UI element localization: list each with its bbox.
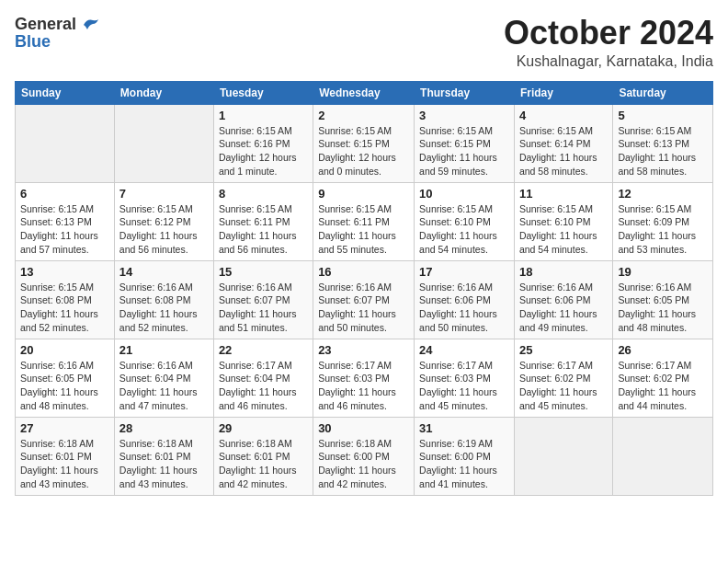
calendar-cell: 16Sunrise: 6:16 AM Sunset: 6:07 PM Dayli… [313,260,415,339]
day-info: Sunrise: 6:18 AM Sunset: 6:00 PM Dayligh… [318,437,409,491]
calendar-cell: 29Sunrise: 6:18 AM Sunset: 6:01 PM Dayli… [213,417,313,495]
calendar-cell: 13Sunrise: 6:15 AM Sunset: 6:08 PM Dayli… [16,260,115,339]
day-number: 13 [20,265,109,279]
day-number: 26 [618,343,708,357]
day-info: Sunrise: 6:17 AM Sunset: 6:02 PM Dayligh… [618,359,708,413]
day-info: Sunrise: 6:15 AM Sunset: 6:08 PM Dayligh… [20,281,109,335]
logo-general-text: General [15,15,76,34]
calendar-cell: 25Sunrise: 6:17 AM Sunset: 6:02 PM Dayli… [514,339,612,417]
day-number: 3 [419,109,509,122]
day-number: 29 [219,421,308,435]
day-info: Sunrise: 6:15 AM Sunset: 6:13 PM Dayligh… [618,124,708,178]
day-number: 12 [618,187,708,201]
calendar-cell: 6Sunrise: 6:15 AM Sunset: 6:13 PM Daylig… [16,182,115,260]
day-info: Sunrise: 6:18 AM Sunset: 6:01 PM Dayligh… [20,437,109,491]
day-number: 6 [20,187,109,201]
day-info: Sunrise: 6:15 AM Sunset: 6:10 PM Dayligh… [419,202,509,257]
week-row-5: 27Sunrise: 6:18 AM Sunset: 6:01 PM Dayli… [16,417,713,495]
day-number: 21 [119,343,209,357]
calendar-cell: 23Sunrise: 6:17 AM Sunset: 6:03 PM Dayli… [313,339,415,417]
day-number: 11 [519,187,608,201]
calendar-cell: 20Sunrise: 6:16 AM Sunset: 6:05 PM Dayli… [16,339,115,417]
calendar-cell [613,417,713,495]
calendar-cell: 26Sunrise: 6:17 AM Sunset: 6:02 PM Dayli… [613,339,713,417]
day-number: 10 [419,187,509,201]
title-area: October 2024 Kushalnagar, Karnataka, Ind… [504,15,713,70]
day-number: 22 [219,343,308,357]
day-info: Sunrise: 6:15 AM Sunset: 6:14 PM Dayligh… [519,124,608,178]
day-number: 17 [419,265,509,279]
calendar-cell: 12Sunrise: 6:15 AM Sunset: 6:09 PM Dayli… [613,182,713,260]
calendar-cell: 28Sunrise: 6:18 AM Sunset: 6:01 PM Dayli… [114,417,213,495]
calendar-cell: 8Sunrise: 6:15 AM Sunset: 6:11 PM Daylig… [213,182,313,260]
calendar-cell: 10Sunrise: 6:15 AM Sunset: 6:10 PM Dayli… [415,182,515,260]
day-number: 7 [119,187,209,201]
day-info: Sunrise: 6:16 AM Sunset: 6:05 PM Dayligh… [618,281,708,335]
day-number: 4 [519,109,608,122]
day-number: 14 [119,265,209,279]
day-info: Sunrise: 6:16 AM Sunset: 6:08 PM Dayligh… [119,281,209,335]
day-info: Sunrise: 6:15 AM Sunset: 6:16 PM Dayligh… [219,124,308,178]
column-header-monday: Monday [114,81,213,104]
column-header-wednesday: Wednesday [313,81,415,104]
day-info: Sunrise: 6:15 AM Sunset: 6:12 PM Dayligh… [119,202,209,257]
column-header-tuesday: Tuesday [213,81,313,104]
day-number: 27 [20,421,109,435]
day-number: 16 [318,265,409,279]
day-info: Sunrise: 6:17 AM Sunset: 6:03 PM Dayligh… [419,359,509,413]
calendar-cell: 17Sunrise: 6:16 AM Sunset: 6:06 PM Dayli… [415,260,515,339]
location-subtitle: Kushalnagar, Karnataka, India [504,53,713,70]
day-number: 31 [419,421,509,435]
day-number: 24 [419,343,509,357]
page-header: General Blue October 2024 Kushalnagar, K… [15,15,713,70]
calendar-cell [16,104,115,182]
calendar-cell: 14Sunrise: 6:16 AM Sunset: 6:08 PM Dayli… [114,260,213,339]
day-number: 23 [318,343,409,357]
day-info: Sunrise: 6:15 AM Sunset: 6:15 PM Dayligh… [419,124,509,178]
day-number: 25 [519,343,608,357]
calendar-cell: 22Sunrise: 6:17 AM Sunset: 6:04 PM Dayli… [213,339,313,417]
column-header-friday: Friday [514,81,612,104]
logo-blue-text: Blue [15,32,51,52]
day-info: Sunrise: 6:17 AM Sunset: 6:02 PM Dayligh… [519,359,608,413]
calendar-cell: 1Sunrise: 6:15 AM Sunset: 6:16 PM Daylig… [213,104,313,182]
calendar-cell: 9Sunrise: 6:15 AM Sunset: 6:11 PM Daylig… [313,182,415,260]
day-number: 28 [119,421,209,435]
column-header-thursday: Thursday [415,81,515,104]
day-info: Sunrise: 6:18 AM Sunset: 6:01 PM Dayligh… [219,437,308,491]
day-number: 8 [219,187,308,201]
day-number: 30 [318,421,409,435]
logo: General Blue [15,15,100,52]
week-row-4: 20Sunrise: 6:16 AM Sunset: 6:05 PM Dayli… [16,339,713,417]
column-header-saturday: Saturday [613,81,713,104]
day-info: Sunrise: 6:18 AM Sunset: 6:01 PM Dayligh… [119,437,209,491]
day-info: Sunrise: 6:17 AM Sunset: 6:04 PM Dayligh… [219,359,308,413]
calendar-cell: 2Sunrise: 6:15 AM Sunset: 6:15 PM Daylig… [313,104,415,182]
calendar-cell [114,104,213,182]
calendar-cell: 11Sunrise: 6:15 AM Sunset: 6:10 PM Dayli… [514,182,612,260]
day-info: Sunrise: 6:16 AM Sunset: 6:06 PM Dayligh… [419,281,509,335]
day-info: Sunrise: 6:19 AM Sunset: 6:00 PM Dayligh… [419,437,509,491]
calendar-table: SundayMondayTuesdayWednesdayThursdayFrid… [15,81,713,496]
day-info: Sunrise: 6:17 AM Sunset: 6:03 PM Dayligh… [318,359,409,413]
week-row-2: 6Sunrise: 6:15 AM Sunset: 6:13 PM Daylig… [16,182,713,260]
calendar-cell: 30Sunrise: 6:18 AM Sunset: 6:00 PM Dayli… [313,417,415,495]
day-number: 19 [618,265,708,279]
day-info: Sunrise: 6:15 AM Sunset: 6:09 PM Dayligh… [618,202,708,257]
week-row-1: 1Sunrise: 6:15 AM Sunset: 6:16 PM Daylig… [16,104,713,182]
calendar-cell: 4Sunrise: 6:15 AM Sunset: 6:14 PM Daylig… [514,104,612,182]
calendar-cell: 7Sunrise: 6:15 AM Sunset: 6:12 PM Daylig… [114,182,213,260]
calendar-cell [514,417,612,495]
day-number: 15 [219,265,308,279]
calendar-cell: 31Sunrise: 6:19 AM Sunset: 6:00 PM Dayli… [415,417,515,495]
month-title: October 2024 [504,15,713,52]
calendar-cell: 21Sunrise: 6:16 AM Sunset: 6:04 PM Dayli… [114,339,213,417]
day-info: Sunrise: 6:15 AM Sunset: 6:11 PM Dayligh… [219,202,308,257]
day-info: Sunrise: 6:15 AM Sunset: 6:15 PM Dayligh… [318,124,409,178]
calendar-cell: 24Sunrise: 6:17 AM Sunset: 6:03 PM Dayli… [415,339,515,417]
day-info: Sunrise: 6:16 AM Sunset: 6:07 PM Dayligh… [318,281,409,335]
day-number: 9 [318,187,409,201]
calendar-cell: 15Sunrise: 6:16 AM Sunset: 6:07 PM Dayli… [213,260,313,339]
day-number: 5 [618,109,708,122]
day-info: Sunrise: 6:16 AM Sunset: 6:04 PM Dayligh… [119,359,209,413]
